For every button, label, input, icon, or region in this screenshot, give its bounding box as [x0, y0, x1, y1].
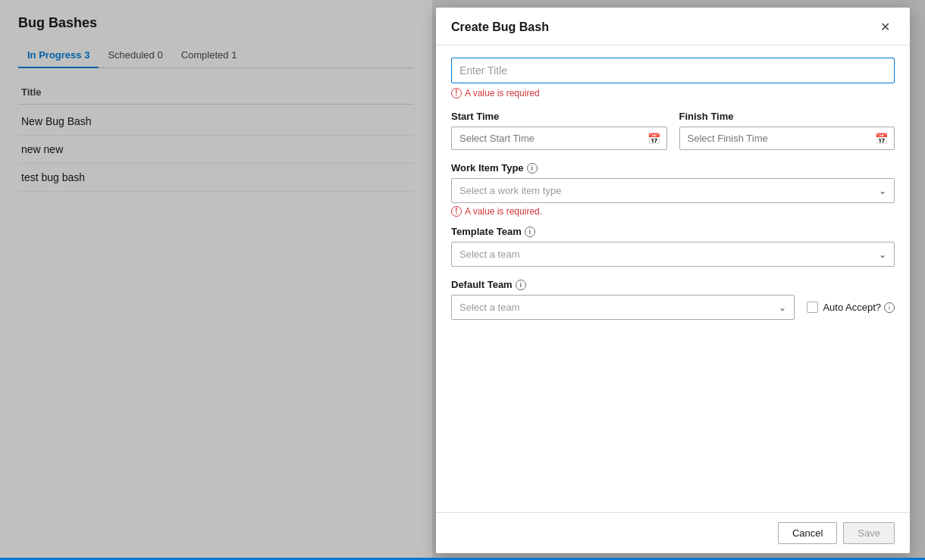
- chevron-down-icon-3: ⌄: [779, 302, 786, 313]
- work-item-type-field: Work Item Type i Select a work item type…: [451, 162, 895, 217]
- work-item-type-info-icon[interactable]: i: [527, 163, 538, 174]
- start-time-label: Start Time: [451, 111, 667, 122]
- template-team-dropdown[interactable]: Select a team ⌄: [451, 242, 895, 267]
- error-icon: !: [451, 88, 462, 99]
- default-team-row: Default Team i Select a team ⌄ Auto Acce…: [451, 279, 895, 320]
- save-button[interactable]: Save: [843, 522, 895, 544]
- auto-accept-checkbox[interactable]: [807, 302, 818, 313]
- chevron-down-icon-2: ⌄: [879, 249, 886, 260]
- default-team-field: Default Team i Select a team ⌄: [451, 279, 795, 320]
- default-team-label: Default Team i: [451, 279, 795, 290]
- modal-body: ! A value is required Start Time 📅 Finis…: [436, 45, 910, 512]
- finish-time-field: Finish Time 📅: [679, 111, 895, 150]
- finish-time-input[interactable]: [680, 127, 870, 149]
- cancel-button[interactable]: Cancel: [778, 522, 837, 544]
- start-time-input[interactable]: [452, 127, 641, 149]
- work-item-error-text: A value is required.: [465, 206, 542, 217]
- create-bug-bash-modal: Create Bug Bash ✕ ! A value is required …: [436, 8, 910, 553]
- default-team-dropdown[interactable]: Select a team ⌄: [451, 295, 795, 320]
- default-team-placeholder: Select a team: [459, 302, 520, 313]
- auto-accept-info-icon[interactable]: i: [884, 302, 895, 313]
- auto-accept-label: Auto Accept? i: [823, 302, 895, 313]
- finish-time-input-wrap[interactable]: 📅: [679, 127, 895, 150]
- start-time-input-wrap[interactable]: 📅: [451, 127, 667, 150]
- template-team-placeholder: Select a team: [459, 249, 520, 260]
- default-team-info-icon[interactable]: i: [516, 280, 526, 290]
- chevron-down-icon: ⌄: [879, 186, 886, 196]
- modal-footer: Cancel Save: [436, 512, 910, 553]
- close-modal-button[interactable]: ✕: [876, 18, 895, 36]
- work-item-type-placeholder: Select a work item type: [459, 185, 561, 196]
- finish-time-calendar-icon[interactable]: 📅: [869, 128, 894, 149]
- title-input[interactable]: [451, 58, 895, 83]
- start-time-field: Start Time 📅: [451, 111, 667, 150]
- error-icon-2: !: [451, 206, 462, 217]
- template-team-label: Template Team i: [451, 226, 895, 237]
- time-row: Start Time 📅 Finish Time 📅: [451, 111, 895, 150]
- template-team-field: Template Team i Select a team ⌄: [451, 226, 895, 267]
- finish-time-label: Finish Time: [679, 111, 895, 122]
- modal-title: Create Bug Bash: [451, 20, 549, 34]
- work-item-type-dropdown[interactable]: Select a work item type ⌄: [451, 178, 895, 203]
- auto-accept-wrap: Auto Accept? i: [807, 302, 895, 320]
- start-time-calendar-icon[interactable]: 📅: [641, 128, 666, 149]
- work-item-type-error: ! A value is required.: [451, 206, 895, 217]
- modal-header: Create Bug Bash ✕: [436, 8, 910, 45]
- title-error-text: A value is required: [465, 88, 540, 99]
- title-field: [451, 58, 895, 83]
- title-error: ! A value is required: [451, 88, 895, 99]
- work-item-type-label: Work Item Type i: [451, 162, 895, 174]
- template-team-info-icon[interactable]: i: [525, 227, 535, 237]
